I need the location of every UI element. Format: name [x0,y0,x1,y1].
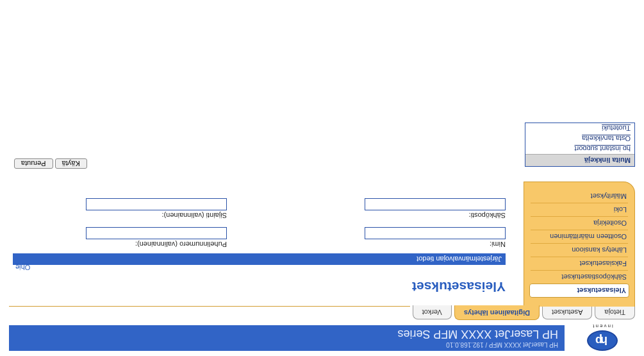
hp-logo-icon: hp [587,330,618,351]
other-links-box: Muita linkkejä hp instant support Osta t… [525,123,635,167]
sidebar-item-general[interactable]: Yleisasetukset [529,284,629,298]
cancel-button[interactable]: Peruuta [14,158,53,169]
section-admin-info: Järjestelmänvalvojan tiedot [13,253,506,265]
brand-logo: hp invent [565,323,635,351]
sidebar-item-addressbook[interactable]: Osoitekirja [531,216,628,230]
hp-invent-text: invent [591,323,613,329]
tab-settings[interactable]: Asetukset [542,305,592,319]
apply-button[interactable]: Käytä [55,158,87,169]
device-title: HP LaserJet XXXX MFP Series [15,327,558,341]
sidebar-item-addressing[interactable]: Osoitteen määrittäminen [531,230,628,243]
other-links-heading: Muita linkkejä [525,154,634,166]
sidebar-item-log[interactable]: Loki [531,203,628,216]
link-shop-supplies[interactable]: Osta tarvikkeita [525,133,634,144]
link-instant-support[interactable]: hp instant support [525,144,634,154]
top-tabs: Tietoja Asetukset Digitaalinen lähetys V… [9,306,635,321]
label-location: Sijainti (valinnainen): [19,212,227,219]
input-name[interactable] [365,227,506,239]
side-nav: Yleisasetukset Sähköpostiasetukset Faksi… [524,182,635,307]
tab-networking[interactable]: Verkot [413,305,452,319]
label-name: Nimi: [297,241,506,248]
tab-info[interactable]: Tietoja [595,305,635,319]
link-product-support[interactable]: Tuotetuki [525,123,634,133]
tab-digital-sending[interactable]: Digitaalinen lähetys [454,305,540,320]
sidebar-item-send-folder[interactable]: Lähetys kansioon [531,243,628,257]
sidebar-item-preferences[interactable]: Määritykset [531,190,628,203]
label-phone: Puhelinnumero (valinnainen): [19,241,227,248]
sidebar-item-fax[interactable]: Faksiasetukset [531,257,628,270]
device-address: HP LaserJet XXXX MFP / 192.168.0.10 [15,341,558,348]
input-location[interactable] [86,198,227,210]
page-title: Yleisasetukset [13,279,506,294]
help-link[interactable]: Ohje [15,264,30,271]
label-email: Sähköposti: [297,212,506,219]
input-email[interactable] [365,198,506,210]
input-phone[interactable] [86,227,227,239]
sidebar-item-email[interactable]: Sähköpostiasetukset [531,270,628,284]
title-bar: HP LaserJet XXXX MFP / 192.168.0.10 HP L… [9,325,565,351]
